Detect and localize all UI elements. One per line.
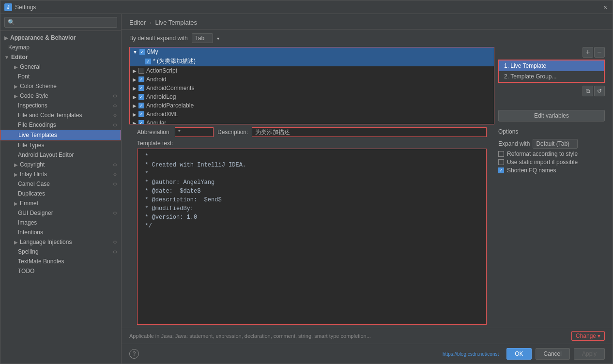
sidebar-item-images[interactable]: Images	[0, 218, 121, 228]
apply-button[interactable]: Apply	[574, 348, 605, 360]
arrow-icon: ▶	[14, 93, 18, 99]
checkbox-android[interactable]: ✓	[138, 76, 144, 82]
reformat-option: Reformat according to style	[498, 151, 605, 157]
sidebar-item-color-scheme[interactable]: ▶ Color Scheme	[0, 81, 121, 91]
sidebar-item-live-templates[interactable]: Live Templates	[0, 130, 121, 140]
template-group-android-log[interactable]: ▶ ✓ AndroidLog	[130, 92, 494, 101]
template-text-area[interactable]: * * Created with IntelliJ IDEA. * * @aut…	[137, 149, 487, 325]
sidebar-item-textmate[interactable]: TextMate Bundles	[0, 257, 121, 266]
sidebar-label-spelling: Spelling	[18, 248, 39, 255]
checkbox-android-log[interactable]: ✓	[138, 94, 144, 100]
popup-label-live: 1. Live Template	[504, 62, 546, 69]
settings-icon: ⚙	[113, 172, 117, 177]
popup-item-live-template[interactable]: 1. Live Template	[499, 61, 604, 71]
templates-left: ▼ ✓ 0My ✓ * (为类添加描述) ▶	[129, 47, 494, 328]
expand-with-select[interactable]: Default (Tab)	[533, 139, 578, 149]
shorten-fq-checkbox[interactable]: ✓	[498, 167, 504, 173]
arrow-icon: ▶	[14, 172, 18, 177]
sidebar-item-todo[interactable]: TODO	[0, 266, 121, 276]
change-button[interactable]: Change ▾	[571, 331, 605, 341]
expand-select[interactable]: Tab	[192, 33, 213, 43]
sidebar-item-font[interactable]: Font	[0, 72, 121, 81]
group-label-android-parcelable: AndroidParcelable	[146, 102, 194, 109]
dropdown-arrow-icon: ▾	[217, 36, 219, 41]
sidebar-label-appearance: Appearance & Behavior	[10, 34, 76, 41]
checkbox-0my[interactable]: ✓	[139, 49, 145, 55]
sidebar-item-intentions[interactable]: Intentions	[0, 228, 121, 237]
sidebar-item-gui-designer[interactable]: GUI Designer ⚙	[0, 208, 121, 218]
restore-button[interactable]: ↺	[594, 86, 605, 96]
group-label-actionscript: ActionScript	[146, 67, 177, 74]
sidebar-item-language-injections[interactable]: ▶ Language Injections ⚙	[0, 237, 121, 247]
search-input[interactable]	[4, 17, 117, 28]
expand-arrow-icon: ▶	[133, 94, 137, 100]
ok-button[interactable]: OK	[506, 348, 531, 360]
sidebar-label-gui-designer: GUI Designer	[18, 210, 53, 216]
template-group-android-xml[interactable]: ▶ ✓ AndroidXML	[130, 110, 494, 119]
abbreviation-input[interactable]	[175, 127, 214, 137]
change-label: Change	[576, 333, 596, 339]
help-button[interactable]: ?	[129, 349, 139, 359]
copy-restore-row: ⧉ ↺	[498, 86, 605, 96]
sidebar-item-inspections[interactable]: Inspections ⚙	[0, 101, 121, 110]
sidebar-label-file-encodings: File Encodings	[18, 121, 56, 128]
sidebar-item-camel-case[interactable]: Camel Case ⚙	[0, 179, 121, 189]
sidebar-item-inlay-hints[interactable]: ▶ Inlay Hints ⚙	[0, 169, 121, 179]
abbrev-section: Abbreviation Description:	[129, 124, 494, 140]
template-group-0my[interactable]: ▼ ✓ 0My	[130, 47, 494, 56]
sidebar-item-file-code-templates[interactable]: File and Code Templates ⚙	[0, 110, 121, 120]
static-import-checkbox[interactable]	[498, 159, 504, 165]
template-text-label: Template text:	[137, 140, 487, 147]
checkbox-my[interactable]: ✓	[145, 59, 151, 64]
copy-button[interactable]: ⧉	[582, 86, 593, 96]
templates-panel: ▼ ✓ 0My ✓ * (为类添加描述) ▶	[122, 47, 613, 328]
sidebar-item-android-layout[interactable]: Android Layout Editor	[0, 150, 121, 160]
sidebar-item-file-types[interactable]: File Types	[0, 140, 121, 150]
sidebar-item-code-style[interactable]: ▶ Code Style ⚙	[0, 91, 121, 101]
cancel-button[interactable]: Cancel	[536, 348, 570, 360]
checkbox-android-comments[interactable]: ✓	[138, 85, 144, 91]
expand-row: By default expand with Tab ▾	[122, 30, 613, 47]
close-button[interactable]: ×	[602, 4, 609, 11]
edit-variables-button[interactable]: Edit variables	[498, 110, 605, 121]
sidebar-item-file-encodings[interactable]: File Encodings ⚙	[0, 120, 121, 130]
remove-button[interactable]: −	[594, 47, 605, 58]
template-group-actionscript[interactable]: ▶ ActionScript	[130, 66, 494, 75]
settings-icon: ⚙	[113, 249, 117, 255]
sidebar-label-emmet: Emmet	[20, 200, 38, 207]
sidebar-item-duplicates[interactable]: Duplicates	[0, 189, 121, 198]
checkbox-actionscript[interactable]	[138, 68, 144, 74]
sidebar-item-editor[interactable]: ▼ Editor	[0, 52, 121, 62]
window-title: Settings	[15, 4, 36, 11]
sidebar-label-intentions: Intentions	[18, 229, 43, 236]
sidebar-item-emmet[interactable]: ▶ Emmet	[0, 198, 121, 208]
breadcrumb-current: Live Templates	[155, 19, 197, 26]
expand-arrow-icon: ▶	[133, 77, 137, 82]
checkbox-angular[interactable]: ✓	[138, 120, 144, 124]
titlebar: J Settings ×	[0, 0, 613, 14]
template-group-android-comments[interactable]: ▶ ✓ AndroidComments	[130, 84, 494, 92]
description-input[interactable]	[252, 127, 487, 137]
reformat-label: Reformat according to style	[507, 151, 578, 157]
sidebar-item-general[interactable]: ▶ General	[0, 62, 121, 72]
template-item-my[interactable]: ✓ * (为类添加描述)	[130, 56, 494, 66]
expand-arrow-icon: ▶	[133, 68, 137, 74]
template-group-angular[interactable]: ▶ ✓ Angular	[130, 119, 494, 124]
sidebar-item-spelling[interactable]: Spelling ⚙	[0, 247, 121, 257]
template-group-android[interactable]: ▶ ✓ Android	[130, 75, 494, 84]
template-group-android-parcelable[interactable]: ▶ ✓ AndroidParcelable	[130, 101, 494, 110]
settings-icon: ⚙	[113, 211, 117, 216]
group-label-android: Android	[146, 76, 166, 83]
sidebar-item-appearance[interactable]: ▶ Appearance & Behavior	[0, 33, 121, 43]
sidebar-item-copyright[interactable]: ▶ Copyright ⚙	[0, 160, 121, 169]
sidebar-label-language-injections: Language Injections	[20, 239, 72, 245]
sidebar-item-keymap[interactable]: Keymap	[0, 43, 121, 52]
app-icon: J	[4, 3, 12, 11]
checkbox-android-xml[interactable]: ✓	[138, 111, 144, 117]
reformat-checkbox[interactable]	[498, 151, 504, 157]
add-button[interactable]: +	[582, 47, 593, 58]
templates-tree: ▼ ✓ 0My ✓ * (为类添加描述) ▶	[129, 47, 494, 124]
settings-window: J Settings × ▶ Appearance & Behavior Key…	[0, 0, 613, 364]
checkbox-android-parcelable[interactable]: ✓	[138, 103, 144, 108]
popup-item-template-group[interactable]: 2. Template Group...	[499, 71, 604, 82]
